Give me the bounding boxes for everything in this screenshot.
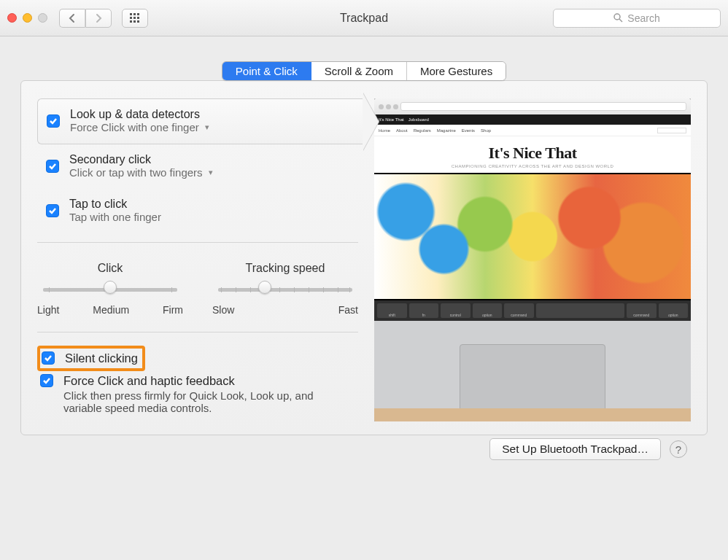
svg-rect-3: [130, 17, 132, 19]
tap-sub: Tap with one finger: [69, 211, 161, 223]
secondary-sub[interactable]: Click or tap with two fingers▾: [69, 166, 213, 179]
preferences-panel: Look up & data detectors Force Click wit…: [20, 80, 708, 435]
click-slider-group: Click Light Medium Firm: [37, 262, 183, 316]
tab-more-gestures[interactable]: More Gestures: [407, 62, 506, 80]
preview-site-sub: CHAMPIONING CREATIVITY ACROSS THE ART AN…: [374, 164, 691, 168]
chevron-right-icon: [95, 13, 102, 23]
preview-column: It's Nice That Jobsboard Home About Regu…: [374, 98, 691, 421]
svg-rect-5: [137, 17, 139, 19]
tap-checkbox[interactable]: [46, 204, 59, 217]
gesture-preview: It's Nice That Jobsboard Home About Regu…: [374, 98, 691, 421]
secondary-checkbox[interactable]: [46, 160, 59, 173]
svg-rect-1: [133, 13, 136, 15]
svg-rect-0: [130, 13, 132, 15]
lower-options: Silent clicking Force Click and haptic f…: [37, 332, 358, 421]
svg-rect-2: [137, 13, 139, 15]
svg-rect-6: [130, 20, 132, 23]
svg-rect-8: [137, 20, 139, 23]
click-mid: Medium: [93, 304, 129, 316]
check-icon: [42, 376, 51, 385]
footer-row: Set Up Bluetooth Trackpad… ?: [20, 435, 708, 460]
minimize-window-button[interactable]: [23, 13, 32, 23]
help-button[interactable]: ?: [670, 440, 687, 458]
click-slider-label: Click: [98, 262, 123, 275]
speed-slider-label: Tracking speed: [246, 262, 325, 275]
tab-bar: Point & Click Scroll & Zoom More Gesture…: [0, 36, 728, 81]
preview-browser-chrome: [374, 98, 691, 114]
click-min: Light: [37, 304, 59, 316]
check-icon: [48, 162, 57, 171]
search-placeholder: Search: [627, 12, 659, 24]
chevron-left-icon: [69, 13, 76, 23]
search-field[interactable]: Search: [553, 9, 721, 28]
tab-point-click[interactable]: Point & Click: [222, 62, 311, 80]
preview-site-menu: Home About Regulars Magazine Events Shop: [374, 125, 691, 136]
force-title: Force Click and haptic feedback: [63, 374, 341, 388]
search-icon: [613, 13, 623, 23]
secondary-title: Secondary click: [69, 153, 213, 166]
back-button[interactable]: [59, 9, 85, 28]
zoom-window-button[interactable]: [38, 13, 47, 23]
nav-buttons: [59, 9, 112, 28]
preview-site-title: It's Nice That: [374, 144, 691, 163]
speed-min: Slow: [212, 304, 234, 316]
traffic-lights: [7, 13, 47, 23]
silent-title: Silent clicking: [65, 351, 138, 365]
option-force-click[interactable]: Force Click and haptic feedback Click th…: [37, 371, 358, 421]
options-column: Look up & data detectors Force Click wit…: [37, 98, 358, 421]
preview-desk: [374, 408, 691, 421]
click-slider-knob[interactable]: [104, 281, 117, 294]
tab-scroll-zoom[interactable]: Scroll & Zoom: [311, 62, 407, 80]
preview-keyboard: shift fn control option command command …: [374, 300, 691, 321]
check-icon: [49, 117, 58, 125]
svg-point-9: [614, 14, 620, 20]
check-icon: [44, 354, 53, 362]
lookup-title: Look up & data detectors: [70, 108, 209, 121]
option-secondary-click[interactable]: Secondary click Click or tap with two fi…: [37, 144, 358, 189]
preview-laptop: shift fn control option command command …: [374, 300, 691, 421]
chevron-down-icon: ▾: [209, 168, 213, 177]
close-window-button[interactable]: [7, 13, 17, 23]
click-max: Firm: [163, 304, 183, 316]
chevron-down-icon: ▾: [205, 122, 209, 132]
force-checkbox[interactable]: [40, 374, 53, 387]
speed-max: Fast: [338, 304, 358, 316]
tap-title: Tap to click: [69, 198, 161, 211]
lookup-checkbox[interactable]: [47, 114, 60, 128]
grid-icon: [130, 13, 140, 23]
check-icon: [48, 206, 57, 215]
svg-rect-4: [133, 17, 136, 19]
click-slider[interactable]: [37, 282, 183, 300]
speed-slider-knob[interactable]: [258, 281, 271, 294]
show-all-button[interactable]: [122, 9, 148, 28]
svg-rect-7: [133, 20, 136, 23]
window-toolbar: Trackpad Search: [0, 0, 728, 36]
option-silent-clicking[interactable]: Silent clicking: [37, 346, 145, 371]
option-lookup[interactable]: Look up & data detectors Force Click wit…: [37, 98, 363, 144]
sliders-row: Click Light Medium Firm Tracking speed: [37, 242, 358, 316]
option-tap-to-click[interactable]: Tap to click Tap with one finger: [37, 189, 358, 233]
silent-checkbox[interactable]: [42, 351, 55, 365]
speed-slider[interactable]: [212, 282, 358, 300]
setup-bluetooth-button[interactable]: Set Up Bluetooth Trackpad…: [489, 438, 661, 460]
preview-site-header: It's Nice That CHAMPIONING CREATIVITY AC…: [374, 136, 691, 173]
force-desc: Click then press firmly for Quick Look, …: [63, 389, 341, 414]
svg-line-10: [619, 19, 622, 22]
lookup-sub[interactable]: Force Click with one finger▾: [70, 121, 209, 133]
speed-slider-group: Tracking speed Slow Fast: [212, 262, 358, 316]
preview-site-tabs: It's Nice That Jobsboard: [374, 114, 691, 125]
forward-button[interactable]: [85, 9, 112, 28]
preview-artwork: [374, 173, 691, 300]
